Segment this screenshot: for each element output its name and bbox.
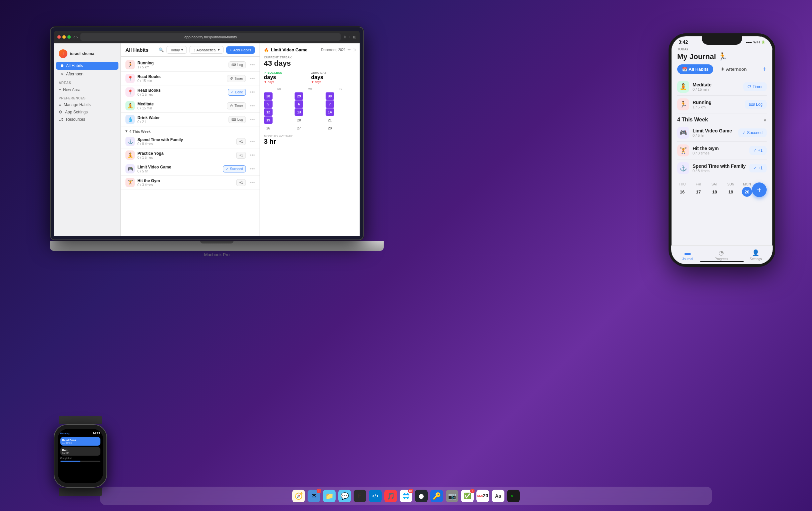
cal-day-6[interactable]: 6 xyxy=(295,100,303,108)
cal-day-5[interactable]: 5 xyxy=(264,100,272,108)
cal-day-19[interactable]: 19 xyxy=(264,116,272,124)
water-log-button[interactable]: ⌨ Log xyxy=(229,116,246,123)
today-filter-button[interactable]: Today ▾ xyxy=(167,46,187,54)
more-icon-5[interactable]: ••• xyxy=(250,117,255,122)
dock-icon-figma[interactable]: F xyxy=(354,490,366,502)
cal-sun[interactable]: SUN 19 xyxy=(726,182,736,197)
more-icon-6[interactable]: ••• xyxy=(250,139,255,144)
resources-item[interactable]: ⎇ Resources xyxy=(54,116,120,123)
read-done-button[interactable]: ✓ Done xyxy=(228,89,246,96)
iphone-family-plus-btn[interactable]: ✓ +1 xyxy=(749,164,766,173)
manage-habits-label: Manage Habits xyxy=(64,102,91,107)
alphabetical-filter-button[interactable]: ↕ Alphabetical ▾ xyxy=(190,46,223,54)
share-icon[interactable]: ⬆ xyxy=(343,35,347,39)
fullscreen-button[interactable] xyxy=(67,35,71,39)
cal-thu[interactable]: THU 16 xyxy=(677,182,687,197)
cal-fri[interactable]: FRI 17 xyxy=(694,182,703,197)
url-bar[interactable]: app.habitify.me/journal/all-habits xyxy=(80,33,341,41)
more-icon[interactable]: ••• xyxy=(250,62,255,67)
more-icon-4[interactable]: ••• xyxy=(250,103,255,109)
read-timer-button[interactable]: ⏱ Timer xyxy=(227,75,246,82)
iphone-gym-plus-btn[interactable]: ✓ +1 xyxy=(749,146,766,155)
afternoon-icon: ✳ xyxy=(61,72,63,76)
new-area-button[interactable]: + New Area xyxy=(54,86,120,94)
dock-icon-mail[interactable]: ✉ ! xyxy=(308,490,320,502)
calendar-icon[interactable]: ⊞ xyxy=(353,48,356,52)
dock-icon-vscode[interactable]: </> xyxy=(369,490,382,502)
running-log-button[interactable]: ⌨ Log xyxy=(229,61,246,68)
dock-icon-fonts[interactable]: Aa xyxy=(492,490,504,502)
iphone-nav-progress[interactable]: ◔ Progress xyxy=(715,249,728,261)
cal-sat[interactable]: SAT 18 xyxy=(709,182,720,197)
watch-habit-read-book[interactable]: Read Book 1/7 times xyxy=(60,437,100,446)
cal-day-27[interactable]: 27 xyxy=(295,124,303,132)
iphone-add-circle-button[interactable]: + xyxy=(752,182,766,197)
more-icon-9[interactable]: ••• xyxy=(250,180,255,185)
dock-icon-music[interactable]: 🎵 xyxy=(384,490,397,502)
more-icon-7[interactable]: ••• xyxy=(250,152,255,158)
sidebar-item-afternoon[interactable]: ✳ Afternoon xyxy=(56,70,118,78)
cal-mon[interactable]: MON 20 xyxy=(742,182,752,197)
cal-day-13[interactable]: 13 xyxy=(295,109,303,116)
dock-icon-terminal[interactable]: >_ xyxy=(507,490,520,502)
habit-item-family: ⚓ Spend Time with Family 0 / 8 times +1 … xyxy=(121,135,260,148)
cal-day-26[interactable]: 26 xyxy=(264,124,272,132)
iphone-videogame-succeed-btn[interactable]: ✓ Succeed xyxy=(738,128,766,137)
dock-icon-tasks[interactable]: ✅ ! xyxy=(461,490,474,502)
habit-item-meditate: 🧘 Meditate 0 / 15 min ⏱ Timer ••• xyxy=(121,99,260,113)
meditate-timer-button[interactable]: ⏱ Timer xyxy=(227,102,246,110)
dock-icon-calendar[interactable]: DEC 20 xyxy=(476,490,489,502)
more-icon-2[interactable]: ••• xyxy=(250,76,255,81)
cal-day-12[interactable]: 12 xyxy=(264,109,272,116)
forward-icon[interactable]: › xyxy=(77,34,78,40)
minimize-button[interactable] xyxy=(62,35,66,39)
family-plus-button[interactable]: +1 xyxy=(236,138,246,145)
read-book-name: Read Book xyxy=(62,439,98,442)
iphone-nav-settings[interactable]: 👤 Settings xyxy=(750,249,762,261)
edit-icon[interactable]: ✏ xyxy=(348,48,351,52)
search-icon[interactable]: 🔍 xyxy=(158,48,164,52)
new-tab-icon[interactable]: + xyxy=(349,35,351,39)
watch-habit-run[interactable]: Run 0/2 km xyxy=(60,447,100,456)
cal-day-28a[interactable]: 28 xyxy=(264,92,272,100)
gym-info: Hit the Gym 0 / 3 times xyxy=(138,178,234,187)
dock-icon-compass[interactable]: 🧭 xyxy=(292,490,305,502)
iphone-meditate-timer-btn[interactable]: ⏱ Timer xyxy=(743,82,766,91)
dock-icon-messages[interactable]: 💬 xyxy=(338,490,351,502)
manage-habits-item[interactable]: ≡ Manage Habits xyxy=(54,101,120,109)
yoga-plus-button[interactable]: +1 xyxy=(236,152,246,159)
all-habits-tab-icon: 📅 xyxy=(682,67,687,72)
back-icon[interactable]: ‹ xyxy=(74,34,75,40)
dock-icon-1password[interactable]: 🔑 xyxy=(430,490,443,502)
video-game-succeed-button[interactable]: ✓ Succeed xyxy=(223,166,246,173)
app-settings-item[interactable]: ⚙ App Settings xyxy=(54,109,120,116)
iphone-nav-journal[interactable]: ▬ Journal xyxy=(682,249,693,261)
iphone-running-log-btn[interactable]: ⌨ Log xyxy=(745,100,766,109)
gym-name: Hit the Gym xyxy=(138,178,234,183)
dock-icon-chrome[interactable]: 🌐 179 xyxy=(400,490,412,502)
sidebar-item-all-habits[interactable]: All Habits xyxy=(56,62,118,70)
iphone-running-sub: 1 / 5 km xyxy=(693,105,742,109)
cal-day-29[interactable]: 29 xyxy=(295,92,303,100)
dock-icon-github[interactable]: ⬤ xyxy=(415,490,428,502)
collapse-icon[interactable]: ∧ xyxy=(763,117,766,122)
iphone-tab-afternoon[interactable]: ☀ Afternoon xyxy=(716,64,751,74)
cal-day-28b[interactable]: 28 xyxy=(326,124,334,132)
add-tab-button[interactable]: + xyxy=(763,65,766,73)
gym-plus-button[interactable]: +1 xyxy=(236,179,246,186)
cal-day-30[interactable]: 30 xyxy=(326,92,334,100)
iphone-tab-all-habits[interactable]: 📅 All Habits xyxy=(677,64,713,74)
add-habits-button[interactable]: + Add Habits xyxy=(226,47,255,54)
cal-day-21[interactable]: 21 xyxy=(326,116,334,124)
cal-day-14[interactable]: 14 xyxy=(326,109,334,116)
close-button[interactable] xyxy=(57,35,61,39)
journal-nav-icon: ▬ xyxy=(685,249,691,257)
more-icon-3[interactable]: ••• xyxy=(250,89,255,95)
cal-day-7[interactable]: 7 xyxy=(326,100,334,108)
cal-day-20[interactable]: 20 xyxy=(295,116,303,124)
dock-icon-files[interactable]: 📁 xyxy=(323,490,336,502)
drink-water-info: Drink Water 0 / 2 l xyxy=(138,115,226,124)
more-icon-8[interactable]: ••• xyxy=(250,166,255,172)
grid-icon[interactable]: ⊞ xyxy=(353,35,356,39)
dock-icon-camera[interactable]: 📷 xyxy=(446,490,458,502)
